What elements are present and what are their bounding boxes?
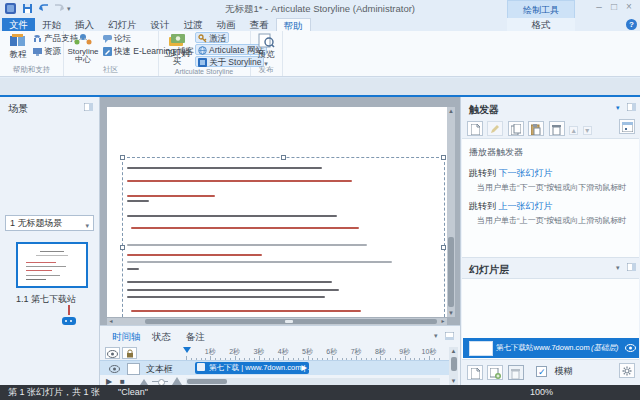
timeline-collapse-icon[interactable]: [445, 332, 454, 340]
timeline-vertical-scrollbar[interactable]: ▲ ▼: [449, 347, 458, 385]
tab-animations[interactable]: 动画: [210, 18, 243, 31]
slide-thumbnail[interactable]: [16, 242, 88, 288]
title-bar: ▾ 无标题1* - Articulate Storyline (Administ…: [0, 0, 640, 18]
contextual-tool-header: 绘制工具: [507, 0, 575, 18]
tab-transitions[interactable]: 过渡: [177, 18, 210, 31]
eye-icon[interactable]: [109, 365, 120, 373]
layers-toolbar: ✓ 模糊: [467, 363, 573, 381]
scroll-up-icon[interactable]: ▲: [449, 347, 458, 356]
tab-timeline[interactable]: 时间轴: [112, 331, 141, 344]
scene-selector-dropdown[interactable]: 1 无标题场景 ▾: [5, 215, 94, 231]
paste-trigger-button[interactable]: [528, 121, 544, 136]
resize-handle-midleft[interactable]: [120, 245, 125, 250]
slide-thumbnail-label: 1.1 第七下载站: [16, 293, 76, 306]
tab-view[interactable]: 查看: [243, 18, 276, 31]
new-trigger-button[interactable]: [467, 121, 483, 136]
timeline-horizontal-scrollbar[interactable]: [186, 378, 440, 385]
minimize-button[interactable]: –: [592, 1, 606, 14]
trigger-action-link[interactable]: 上一张幻灯片: [499, 201, 553, 211]
timeline-zoom-slider[interactable]: [152, 381, 168, 382]
copy-trigger-button[interactable]: [508, 121, 524, 136]
tab-home[interactable]: 开始: [35, 18, 68, 31]
right-dock: 触发器 ▾ ▲ ▼ 播放器触: [460, 97, 640, 385]
selection-border-right: [444, 157, 445, 317]
triggers-menu-icon[interactable]: ▾: [616, 104, 620, 112]
speech-bubble-icon: [103, 34, 112, 43]
canvas-vertical-scrollbar[interactable]: ▲ ▼: [447, 107, 455, 317]
scenes-panel-title: 场景: [8, 102, 28, 116]
base-layer-row[interactable]: 第七下载站www.7down.com (基础层): [463, 338, 639, 358]
buy-now-button[interactable]: 立即购买: [161, 33, 193, 65]
selection-border-left: [122, 157, 123, 317]
storyline-hub-button[interactable]: Storyline 中心: [65, 33, 101, 63]
canvas-horizontal-scrollbar[interactable]: ◄ ►: [107, 318, 447, 325]
timeline-ruler[interactable]: 1秒2秒3秒4秒5秒6秒7秒8秒9秒10秒: [100, 347, 449, 360]
theme-name: "Clean": [118, 385, 148, 400]
duplicate-layer-button[interactable]: [487, 365, 503, 380]
scroll-up-icon[interactable]: ▲: [447, 107, 455, 115]
resources-button[interactable]: 资源: [33, 46, 61, 57]
timeline-object-row[interactable]: 文本框 第七下载 | www.7down.com | ... ▶: [100, 360, 449, 375]
scroll-down-icon[interactable]: ▼: [447, 309, 455, 317]
move-trigger-down-button[interactable]: ▼: [583, 126, 592, 135]
resize-handle-topleft[interactable]: [120, 155, 125, 160]
preview-magnifier-icon: [258, 33, 275, 49]
delete-trigger-button[interactable]: [549, 121, 565, 136]
preview-button[interactable]: 预览 ▾: [252, 33, 280, 68]
tab-format[interactable]: 格式: [507, 18, 575, 31]
slide-canvas[interactable]: [107, 107, 447, 317]
delete-layer-button[interactable]: [508, 365, 524, 380]
tab-design[interactable]: 设计: [144, 18, 177, 31]
resize-handle-midright[interactable]: [441, 245, 446, 250]
slide-editor-area: ▲ ▼ ◄ ►: [100, 97, 460, 325]
close-button[interactable]: ×: [622, 1, 636, 14]
tab-help[interactable]: 帮助: [276, 18, 311, 31]
trigger-item[interactable]: 跳转到 下一张幻灯片: [469, 167, 639, 180]
expand-collapse-icon[interactable]: [62, 317, 76, 325]
trigger-action-link[interactable]: 下一张幻灯片: [499, 168, 553, 178]
group-label: 发布: [250, 65, 282, 75]
panel-collapse-icon[interactable]: [84, 103, 93, 111]
layer-settings-gear-icon[interactable]: [619, 363, 635, 378]
trigger-item[interactable]: 跳转到 上一张幻灯片: [469, 200, 639, 213]
tab-slides[interactable]: 幻灯片: [101, 18, 144, 31]
timeline-row-label: 文本框: [146, 363, 173, 376]
tutorials-button[interactable]: 教程: [3, 33, 33, 58]
timeline-zoom-in-icon[interactable]: [172, 377, 182, 385]
new-layer-button[interactable]: [467, 365, 483, 380]
tab-file[interactable]: 文件: [2, 18, 35, 31]
move-trigger-up-button[interactable]: ▲: [569, 126, 578, 135]
edit-trigger-button[interactable]: [487, 121, 503, 136]
help-icon[interactable]: ?: [626, 19, 637, 30]
forums-button[interactable]: 论坛: [103, 33, 131, 44]
resize-handle-topcenter[interactable]: [281, 155, 286, 160]
blog-icon: [103, 47, 112, 56]
player-triggers-heading: 播放器触发器: [469, 146, 639, 159]
maximize-button[interactable]: □: [607, 1, 621, 14]
tab-states[interactable]: 状态: [152, 331, 171, 344]
triggers-collapse-icon[interactable]: [627, 103, 636, 111]
tab-insert[interactable]: 插入: [68, 18, 101, 31]
scenes-panel: 场景 1 无标题场景 ▾ 1.1 第七下载站: [0, 97, 100, 385]
slide-count-text: 第 1 张幻灯片，共 1 张: [8, 385, 100, 400]
playhead-marker[interactable]: [183, 347, 191, 353]
manage-variables-button[interactable]: [619, 119, 635, 134]
timeline-menu-icon[interactable]: ▾: [434, 332, 438, 340]
blur-checkbox[interactable]: ✓: [536, 366, 547, 377]
layers-collapse-icon[interactable]: [627, 263, 636, 271]
resize-handle-topright[interactable]: [441, 155, 446, 160]
layer-eye-icon[interactable]: [625, 344, 636, 352]
scroll-down-icon[interactable]: ▼: [449, 377, 458, 385]
scroll-right-icon[interactable]: ►: [439, 318, 447, 325]
ribbon-group-publish: 预览 ▾ 发布: [250, 31, 283, 76]
layers-menu-icon[interactable]: ▾: [616, 264, 620, 272]
timeline-object-bar[interactable]: 第七下载 | www.7down.com | ... ▶: [195, 362, 309, 374]
zoom-level-value: 100%: [530, 385, 553, 400]
people-hub-icon: [74, 33, 92, 47]
textbox-icon: [197, 363, 205, 371]
activate-button[interactable]: 激活: [195, 32, 229, 43]
row-checkbox[interactable]: [127, 363, 140, 375]
scroll-left-icon[interactable]: ◄: [107, 318, 115, 325]
tab-notes[interactable]: 备注: [186, 331, 205, 344]
globe-icon: [198, 46, 207, 55]
